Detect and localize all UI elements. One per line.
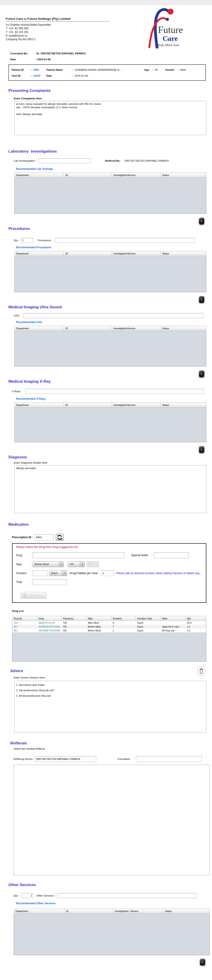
decimal-note: Please add as decimal numbers when addin… [116,572,204,575]
patient-name-label: Patient Name [46,68,72,71]
prescription-row: Prescription ID : [12,534,212,541]
drug-row-2[interactable]: 397 HYDROCORTISON OD Before Meal 7 Day/s… [12,625,206,628]
chevron-down-icon: ▼ [62,571,67,576]
duration-unit-select[interactable]: Day/s ▼ [49,570,67,576]
lab-delete-button[interactable]: ↻ [199,217,205,225]
recommended-uss-link[interactable]: Recommended USS [16,321,212,324]
per-meal-input[interactable] [101,570,114,576]
procedures-col-status: Status [161,251,206,256]
procedures-col-service: Investigation/Service [112,251,161,256]
lab-investigation-input[interactable] [39,158,90,163]
procedures-input[interactable] [55,238,195,243]
procedures-col-id: ID [64,251,112,256]
lab-col-id: ID [64,173,112,178]
duration-colon: : [31,572,32,575]
chevron-down-icon: ▼ [59,562,64,567]
advice-textarea[interactable]: 1. discontinue pork intake 2. Tab predni… [14,681,206,732]
drug-2-duration: 7 [111,625,136,628]
company-name-main: Future Care [6,17,23,21]
consultant-input[interactable] [136,756,202,762]
uss-delete-button[interactable]: ↻ [199,370,205,378]
drug-list-header-row: Drug ID Drug Fequency Way Duration Durat… [12,616,206,621]
other-services-input[interactable] [57,893,197,898]
drug-row-1[interactable]: 119 AMOXYCILLIN TID After Meal 5 Day/s 2… [12,621,206,625]
drug-label: Drug [16,554,31,557]
trash-icon [199,668,204,674]
drug-1-qty: 20.0 [186,621,206,625]
referral-select-label: Select the needed Refferal [14,748,212,750]
logo-word-future: Future [158,25,183,35]
doctor-prefix: Dr. [36,52,40,55]
consulted-by-label: Consulted By : [10,52,35,55]
visit-date-colon: : [72,74,74,77]
medication-entry-panel: Please select the Drug from Drug suggess… [12,543,206,603]
recommended-procedures-link[interactable]: Recommended Procedures [16,246,212,249]
advice-delete-button[interactable] [198,667,205,675]
duration-input[interactable] [32,570,47,576]
other-services-delete-button[interactable]: ↻ [199,958,206,966]
section-title-procedures: Procedures [8,226,212,231]
drug-suggestion-hint: Please select the Drug from Drug suggess… [16,546,204,549]
lab-col-service: Investigation/Service [112,173,161,178]
procedures-qty-input[interactable] [21,238,33,243]
special-notes-input[interactable] [154,552,189,558]
way-select[interactable]: Before Meal ▼ [32,562,64,567]
recommended-xray-link[interactable]: Recommended X-Rays [16,397,212,401]
visit-id-colon: : [31,74,33,77]
prescription-id-input[interactable] [34,535,54,540]
recommended-lab-testings-link[interactable]: Recommended Lab Testings [16,167,212,170]
drug-list-table: Drug ID Drug Fequency Way Duration Durat… [12,616,206,662]
add-drug-button[interactable]: Add Drug [21,592,46,599]
diagnosis-textarea[interactable]: Allergic dermatitis [14,465,206,513]
procedures-delete-button[interactable]: ↻ [199,296,205,304]
other-table-header-row: Department ID Investigation / Service St… [14,909,210,913]
per-meal-label: Drugs/Tablets per meal : [69,572,99,575]
consult-date-value: 2024-01-06 [37,58,51,61]
drug-2-name: HYDROCORTISON [37,625,61,628]
other-col-id: ID [64,909,113,913]
referring-doctor-input[interactable] [35,756,96,762]
other-col-status: Status [163,909,209,913]
add-drug-label: Add Drug [29,594,42,597]
lab-investigation-label: Lab Investingation : [14,159,37,162]
advice-label: Enter Doctor's Advice Here [14,676,212,679]
diagnosis-label: Enter Diagnosis Details Here [14,461,212,464]
company-phone-2: T: +24 84 225 252 [6,30,109,34]
xray-trash-row: ↻ [0,446,212,453]
future-care-logo: Future Care ♥ Body Mind Soul [141,5,199,48]
duration-unit-value: Day/s [49,571,62,576]
xray-input[interactable] [25,389,204,394]
total-input[interactable] [32,579,67,585]
xray-delete-button[interactable]: ↻ [199,446,205,453]
uss-col-department: Department [14,326,64,331]
patient-row-2: Visit ID : 10443 Date : 2024-01-06 [11,73,206,79]
uss-input-row: USS : [14,313,212,318]
company-name-rest: Future Holdings (Pty) Limited [27,17,71,21]
referred-by-label: Reffered By : [105,159,122,162]
drug-1-name: AMOXYCILLIN [37,621,61,625]
logo-word-care: Care [162,34,178,43]
trash-icon: ↻ [201,220,202,223]
uss-input[interactable] [24,313,204,318]
drug-row-3[interactable]: 851 DEXAMETHASONE OD Before Meal 1 Day/s… [12,628,206,632]
frequency-select[interactable]: OD ▼ [68,562,85,567]
drug-3-note: IM 4mg stat [161,628,186,632]
referral-list[interactable] [14,765,210,875]
uss-table-empty-body [14,331,206,366]
complaints-textarea[interactable]: pt seen, being evaluated for allergic de… [14,101,206,135]
section-title-diagnosis: Diagnosis [8,455,212,460]
drug-input[interactable] [32,552,124,558]
recommended-other-services-link[interactable]: Recommended Other Services [16,902,212,905]
way-row: Way : Before Meal ▼ OD ▼ 1 [16,562,204,567]
lab-input-row: Lab Investingation : Reffered By : ORITS… [14,158,212,163]
other-table-empty-body [14,913,210,955]
visit-id-label: Visit ID [11,74,31,77]
section-title-advice: Advice [10,669,23,673]
prescription-refresh-button[interactable] [56,534,64,541]
other-qty-input[interactable] [21,893,34,898]
drug-colon: : [31,554,32,557]
drug-3-duration: 1 [111,628,136,632]
company-name-by: by [24,18,27,20]
other-services-table: Department ID Investigation / Service St… [14,908,210,955]
consulting-doctor-name: ORITSETSETOS RAPHAEL PINNICK [40,52,86,55]
